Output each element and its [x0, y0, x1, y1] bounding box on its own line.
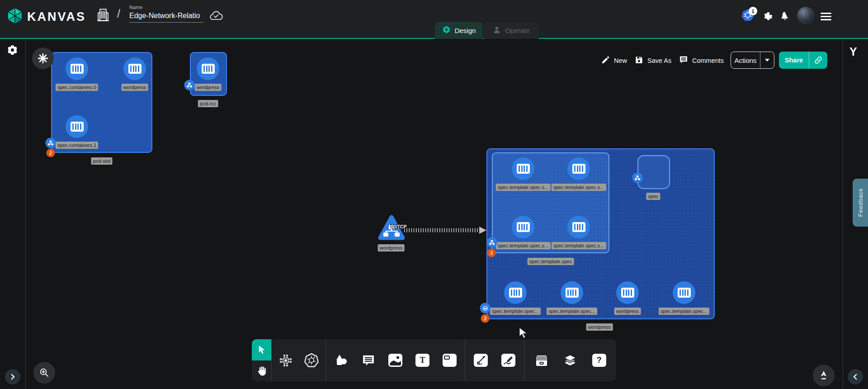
expand-left-panel-chevron[interactable] [5, 369, 20, 384]
drawer-icon [534, 354, 549, 367]
k8s-context-count-badge: 1 [749, 7, 757, 15]
node-label: spec.template.spec.s... [552, 184, 606, 191]
template-error-badge[interactable]: 3 [487, 249, 496, 257]
expand-right-panel-chevron[interactable] [848, 369, 863, 384]
node-template-container-2[interactable] [512, 216, 534, 238]
note-icon [443, 354, 457, 367]
cloud-saved-icon [209, 11, 223, 23]
node-container-spec-containers-1[interactable] [66, 115, 88, 138]
copy-link-icon[interactable] [809, 56, 827, 65]
deployment-relationship-badge[interactable] [480, 303, 491, 313]
save-as-button[interactable]: Save As [635, 52, 671, 69]
node-deploy-container-3[interactable] [673, 281, 695, 304]
node-container-wordpress-1[interactable] [123, 57, 146, 80]
node-template-container-1[interactable] [567, 157, 590, 180]
meshery-spinner-icon [7, 44, 18, 57]
new-pencil-icon [601, 56, 610, 66]
container-icon [572, 164, 585, 174]
share-split-button[interactable]: Share [779, 52, 827, 69]
tool-components-drawer[interactable] [530, 347, 553, 374]
operate-tab-icon [493, 26, 501, 35]
tool-shapes[interactable] [330, 347, 353, 374]
node-container-spec-containers-0[interactable] [66, 57, 88, 80]
kubernetes-context-switcher[interactable]: 1 [741, 9, 763, 24]
container-icon [566, 288, 579, 298]
container-icon [128, 64, 142, 74]
pencil-draw-icon [501, 354, 515, 367]
brand-title: KANVAS [27, 10, 86, 24]
kubernetes-wheel-icon [304, 353, 319, 368]
tool-help[interactable]: ? [587, 347, 611, 374]
node-spec-template-spec[interactable] [492, 152, 609, 253]
feedback-tab[interactable]: Feedback [853, 179, 868, 227]
share-button-label[interactable]: Share [779, 57, 809, 64]
tool-note[interactable] [438, 347, 461, 374]
right-dock-y-icon[interactable]: Y [849, 45, 857, 58]
tool-image[interactable] [384, 347, 407, 374]
tool-pencil-draw[interactable] [496, 347, 520, 374]
node-label: spec.template.spec... [490, 308, 541, 315]
actions-dropdown-caret[interactable] [760, 59, 774, 62]
notifications-bell-icon[interactable] [780, 11, 790, 24]
tool-pan[interactable] [252, 361, 271, 382]
pen-mode-button[interactable] [813, 365, 835, 386]
node-spec[interactable] [637, 155, 670, 189]
settings-gear-icon[interactable] [763, 11, 774, 24]
user-avatar[interactable] [797, 7, 814, 24]
node-label: spec.template.spec.s... [496, 242, 551, 249]
tool-integrations[interactable] [274, 347, 297, 374]
node-label: wordpress [122, 84, 148, 91]
layers-icon [563, 354, 577, 367]
spec-relationship-badge[interactable] [632, 173, 643, 183]
pod-skd-relationship-badge[interactable] [46, 138, 56, 148]
brand[interactable]: KANVAS [6, 7, 86, 26]
tool-select[interactable] [252, 339, 271, 361]
node-deploy-container-0[interactable] [504, 281, 527, 304]
actions-split-button[interactable]: Actions [731, 52, 774, 69]
node-label-deployment: wordpress [586, 323, 613, 331]
design-tab-icon [442, 25, 451, 35]
comments-button[interactable]: Comments [679, 52, 724, 69]
organization-icon[interactable] [97, 8, 109, 24]
node-label: spec.template.spec.s... [552, 242, 606, 249]
node-deploy-container-1[interactable] [561, 281, 583, 304]
tool-kubernetes[interactable] [300, 347, 323, 374]
tab-design[interactable]: Design [435, 22, 483, 39]
menu-hamburger-icon[interactable] [821, 13, 831, 20]
cluster-flake-button[interactable] [32, 47, 54, 69]
zoom-tool-button[interactable] [33, 362, 55, 384]
new-button[interactable]: New [601, 52, 627, 69]
actions-button-label[interactable]: Actions [731, 57, 760, 64]
container-icon [572, 222, 585, 232]
tool-comment[interactable] [357, 347, 380, 374]
app-header: KANVAS / Name Edge-Network-Relatio [0, 0, 868, 39]
canvas-toolbar: T [252, 339, 616, 381]
tab-operate[interactable]: Operate [484, 22, 539, 39]
node-deploy-container-2[interactable] [616, 281, 639, 304]
node-label-pod-skd: pod-skd [91, 157, 112, 165]
save-as-button-label: Save As [647, 57, 671, 64]
caret-down-icon [765, 59, 769, 62]
container-icon [517, 164, 530, 174]
design-name-field: Name Edge-Network-Relatio [129, 5, 203, 23]
feedback-tab-label: Feedback [857, 188, 864, 217]
node-label: wordpress [614, 308, 641, 315]
tool-text[interactable]: T [411, 347, 434, 374]
shapes-icon [334, 353, 349, 368]
tool-layers[interactable] [558, 347, 582, 374]
node-template-container-3[interactable] [567, 216, 590, 238]
left-rail [0, 40, 26, 389]
node-label: wordpress [195, 84, 222, 91]
text-icon: T [415, 354, 429, 367]
operate-tab-label: Operate [505, 27, 529, 34]
pod-rcc-relationship-badge[interactable] [184, 80, 195, 90]
node-container-wordpress-rcc[interactable] [197, 57, 219, 80]
pod-skd-error-badge[interactable]: 2 [47, 149, 55, 157]
node-template-container-0[interactable] [512, 157, 534, 180]
container-icon [202, 64, 215, 74]
design-name-input[interactable]: Edge-Network-Relatio [129, 12, 203, 23]
tool-pen[interactable] [469, 347, 493, 374]
template-relationship-badge[interactable] [487, 237, 497, 248]
deployment-error-badge[interactable]: 3 [481, 314, 490, 323]
kanvas-logo-icon [6, 7, 24, 26]
